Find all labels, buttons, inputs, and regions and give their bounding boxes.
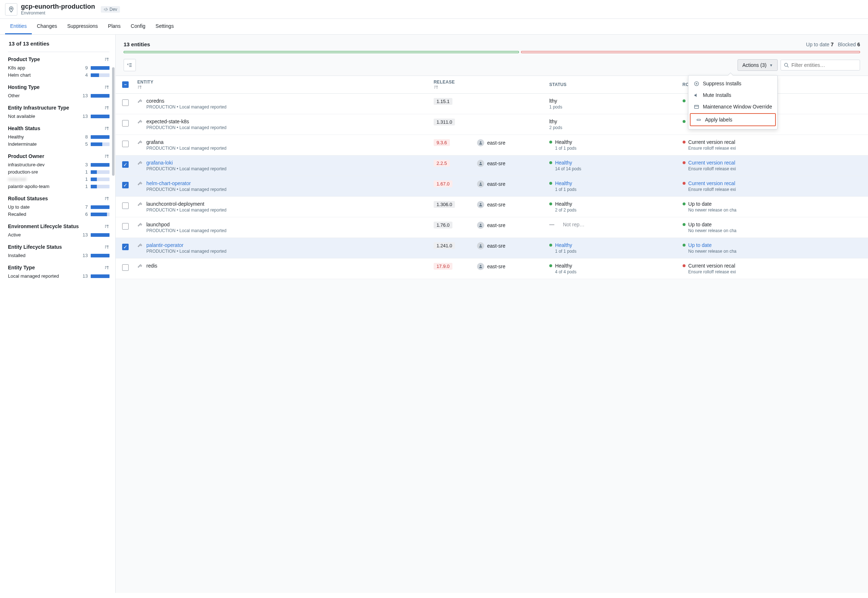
sort-icon[interactable] [104,105,109,110]
facet-bar [91,254,109,257]
facet-count: 1 [81,184,88,189]
select-all-checkbox[interactable]: − [122,81,129,88]
facet-count: 1 [81,176,88,182]
status-text: lthy [549,118,674,124]
sort-icon[interactable] [104,265,109,270]
table-row[interactable]: ✓palantir-operatorPRODUCTION • Local man… [116,238,868,259]
actions-button[interactable]: Actions (3) ▼ [738,59,778,71]
facet-item[interactable]: Active13 [8,232,109,238]
sort-icon[interactable] [104,85,109,90]
facet-item[interactable]: K8s app9 [8,65,109,70]
release-chip: 9.3.6 [434,139,450,146]
facet-bar [91,170,109,174]
entity-name[interactable]: expected-state-k8s [146,118,227,124]
rollout-dot-icon [683,182,686,185]
rollout-text: Current version recal [688,263,735,269]
column-header[interactable]: ENTITY [133,76,429,94]
column-sort-icon[interactable] [434,85,468,90]
facet-item[interactable]: infrastructure-dev3 [8,162,109,167]
entity-name[interactable]: launchpod [146,222,227,227]
entity-name[interactable]: helm-chart-operator [146,181,227,186]
facet-item[interactable]: Healthy8 [8,134,109,139]
entity-name[interactable]: coredns [146,98,227,104]
tab-entities[interactable]: Entities [5,19,32,34]
tab-plans[interactable]: Plans [103,19,126,34]
entity-name[interactable]: redis [146,263,157,269]
filter-input[interactable] [791,62,857,68]
rollout-dot-icon [683,223,686,226]
filter-input-wrap[interactable] [780,60,860,70]
column-header[interactable]: RELEASE [429,76,473,94]
table-row[interactable]: redis17.9.0east-sreHealthy4 of 4 podsCur… [116,259,868,279]
row-checkbox[interactable] [122,120,129,127]
facet-bar [91,205,109,209]
facet-label: Active [8,232,21,238]
facet-item[interactable]: Indeterminate5 [8,141,109,147]
table-row[interactable]: launchpodPRODUCTION • Local managed repo… [116,217,868,238]
row-checkbox[interactable]: ✓ [122,182,129,188]
sort-icon[interactable] [104,244,109,250]
dropdown-item-apply-labels[interactable]: Apply labels [690,113,776,126]
facet-item[interactable]: Recalled6 [8,211,109,217]
sort-icon[interactable] [104,224,109,229]
facet-item[interactable]: production-sre1 [8,169,109,175]
tab-config[interactable]: Config [126,19,150,34]
sort-icon[interactable] [104,154,109,159]
row-checkbox[interactable] [122,264,129,271]
tab-suppressions[interactable]: Suppressions [62,19,103,34]
dropdown-item-mute-installs[interactable]: Mute Installs [688,89,777,101]
entity-name[interactable]: launchcontrol-deployment [146,201,227,207]
table-row[interactable]: ✓helm-chart-operatorPRODUCTION • Local m… [116,176,868,197]
facet-item[interactable]: Not available13 [8,114,109,119]
entity-type-icon [137,263,143,269]
entity-sub: PRODUCTION • Local managed reported [146,249,227,254]
status-sub: 2 of 2 pods [555,208,674,212]
window-icon [694,104,699,109]
status-sub: 1 of 1 pods [555,146,674,151]
rollout-dot-icon [683,244,686,247]
scrollbar-thumb[interactable] [112,67,115,176]
facet-count: 1 [81,169,88,175]
status-dot-icon [549,264,552,267]
row-checkbox[interactable] [122,141,129,147]
facet-count: 13 [81,253,88,258]
sort-icon[interactable] [104,126,109,131]
row-checkbox[interactable]: ✓ [122,161,129,168]
entity-name[interactable]: grafana-loki [146,160,227,166]
collapse-sidebar-button[interactable] [124,59,136,71]
facet-item[interactable]: palantir-apollo-team1 [8,184,109,189]
owner-name: east-sre [487,243,506,249]
facet-item[interactable]: redacted1 [8,176,109,182]
column-sort-icon[interactable] [137,85,425,90]
entity-name[interactable]: grafana [146,139,227,145]
status-text: Healthy [555,139,572,145]
table-row[interactable]: launchcontrol-deploymentPRODUCTION • Loc… [116,197,868,217]
facet-item[interactable]: Installed13 [8,253,109,258]
facet-bar [91,274,109,278]
sort-icon[interactable] [104,196,109,201]
tab-settings[interactable]: Settings [150,19,179,34]
progress-bar [124,51,860,53]
row-checkbox[interactable]: ✓ [122,244,129,250]
owner-cell: east-sre [477,263,541,270]
facet-item[interactable]: Local managed reported13 [8,273,109,279]
entity-name[interactable]: palantir-operator [146,242,227,248]
rollout-dot-icon [683,141,686,144]
row-checkbox[interactable] [122,223,129,230]
svg-point-9 [480,224,481,225]
table-row[interactable]: grafanaPRODUCTION • Local managed report… [116,135,868,155]
row-checkbox[interactable] [122,202,129,209]
dropdown-item-suppress-installs[interactable]: Suppress Installs [688,78,777,89]
column-header[interactable]: STATUS [545,76,678,94]
facet-item[interactable]: Up to date7 [8,204,109,210]
dropdown-item-maintenance-window-override[interactable]: Maintenance Window Override [688,101,777,112]
table-row[interactable]: ✓grafana-lokiPRODUCTION • Local managed … [116,155,868,176]
column-header[interactable] [473,76,545,94]
svg-rect-3 [694,105,698,108]
rollout-text: Current version recal [688,181,735,186]
sort-icon[interactable] [104,57,109,62]
facet-item[interactable]: Other13 [8,93,109,98]
tab-changes[interactable]: Changes [32,19,62,34]
facet-item[interactable]: Helm chart4 [8,72,109,78]
row-checkbox[interactable] [122,99,129,106]
